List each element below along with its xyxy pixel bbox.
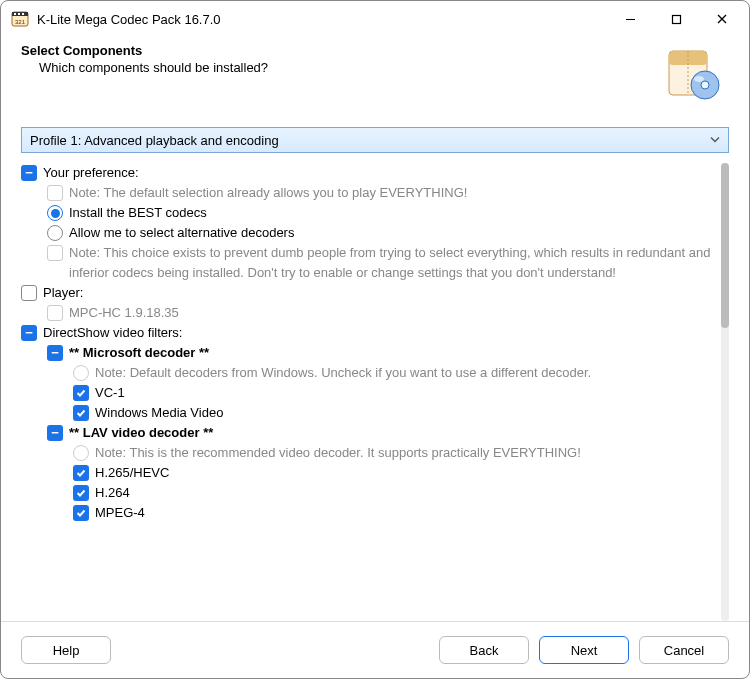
- player-group-label: Player:: [43, 283, 711, 303]
- radio-disabled: [73, 445, 89, 461]
- mpchc-label: MPC-HC 1.9.18.35: [69, 303, 711, 323]
- cancel-button[interactable]: Cancel: [639, 636, 729, 664]
- maximize-button[interactable]: [653, 3, 699, 35]
- radio-alt-decoders-label: Allow me to select alternative decoders: [69, 223, 711, 243]
- checkbox-h264[interactable]: [73, 485, 89, 501]
- chevron-down-icon: [710, 133, 720, 148]
- component-tree: − Your preference: Note: The default sel…: [21, 163, 717, 621]
- h264-label: H.264: [95, 483, 711, 503]
- svg-rect-2: [14, 13, 16, 15]
- window-title: K-Lite Mega Codec Pack 16.7.0: [37, 12, 221, 27]
- footer: Help Back Next Cancel: [1, 621, 749, 678]
- collapse-icon[interactable]: −: [21, 165, 37, 181]
- collapse-icon[interactable]: −: [21, 325, 37, 341]
- checkbox-disabled: [47, 245, 63, 261]
- mpeg4-label: MPEG-4: [95, 503, 711, 523]
- checkbox-vc1[interactable]: [73, 385, 89, 401]
- checkbox-wmv[interactable]: [73, 405, 89, 421]
- checkbox-mpeg4[interactable]: [73, 505, 89, 521]
- lavdec-label: ** LAV video decoder **: [69, 423, 711, 443]
- titlebar: 321 K-Lite Mega Codec Pack 16.7.0: [1, 1, 749, 37]
- close-button[interactable]: [699, 3, 745, 35]
- radio-alt-decoders[interactable]: [47, 225, 63, 241]
- main-panel: Profile 1: Advanced playback and encodin…: [1, 107, 749, 621]
- scrollbar-thumb[interactable]: [721, 163, 729, 328]
- minimize-button[interactable]: [607, 3, 653, 35]
- vc1-label: VC-1: [95, 383, 711, 403]
- help-button[interactable]: Help: [21, 636, 111, 664]
- dshow-group-label: DirectShow video filters:: [43, 323, 711, 343]
- wmv-label: Windows Media Video: [95, 403, 711, 423]
- installer-box-icon: [663, 43, 723, 103]
- checkbox-player[interactable]: [21, 285, 37, 301]
- h265-label: H.265/HEVC: [95, 463, 711, 483]
- radio-disabled: [73, 365, 89, 381]
- radio-best-codecs[interactable]: [47, 205, 63, 221]
- page-header: Select Components Which components shoul…: [1, 37, 749, 107]
- svg-rect-8: [669, 51, 707, 65]
- msdec-note: Note: Default decoders from Windows. Unc…: [95, 363, 711, 383]
- next-button[interactable]: Next: [539, 636, 629, 664]
- tree-scrollbar[interactable]: [721, 163, 729, 621]
- pref-group-label: Your preference:: [43, 163, 711, 183]
- back-button[interactable]: Back: [439, 636, 529, 664]
- app-icon: 321: [11, 10, 29, 28]
- pref-note-1: Note: The default selection already allo…: [69, 183, 711, 203]
- profile-select[interactable]: Profile 1: Advanced playback and encodin…: [21, 127, 729, 153]
- svg-point-11: [694, 76, 704, 82]
- pref-note-2: Note: This choice exists to prevent dumb…: [69, 243, 711, 283]
- checkbox-mpchc[interactable]: [47, 305, 63, 321]
- radio-best-codecs-label: Install the BEST codecs: [69, 203, 711, 223]
- profile-select-value: Profile 1: Advanced playback and encodin…: [30, 133, 279, 148]
- checkbox-disabled: [47, 185, 63, 201]
- msdec-label: ** Microsoft decoder **: [69, 343, 711, 363]
- page-title: Select Components: [21, 43, 663, 58]
- svg-text:321: 321: [15, 19, 26, 25]
- collapse-icon[interactable]: −: [47, 345, 63, 361]
- svg-rect-4: [22, 13, 24, 15]
- svg-rect-3: [18, 13, 20, 15]
- checkbox-h265[interactable]: [73, 465, 89, 481]
- collapse-icon[interactable]: −: [47, 425, 63, 441]
- page-subtitle: Which components should be installed?: [39, 60, 663, 75]
- svg-point-10: [701, 81, 709, 89]
- svg-rect-6: [672, 15, 680, 23]
- lavdec-note: Note: This is the recommended video deco…: [95, 443, 711, 463]
